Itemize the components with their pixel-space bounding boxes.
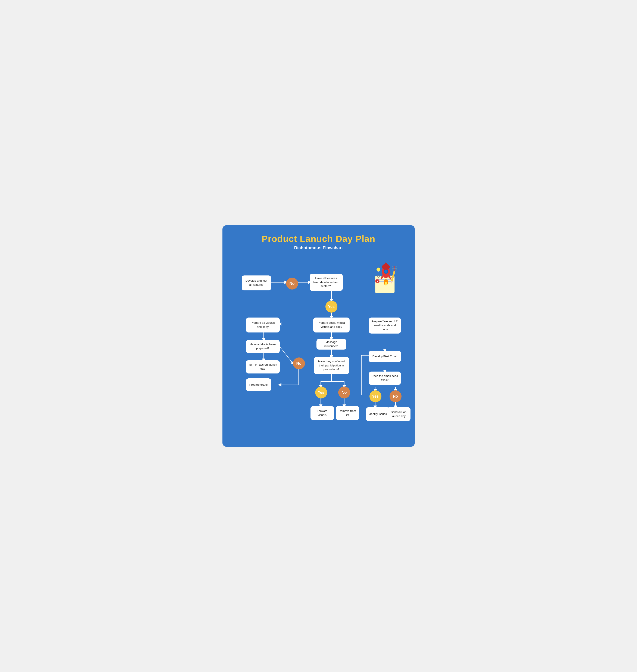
svg-point-37: [385, 282, 387, 285]
svg-rect-42: [378, 271, 379, 272]
rocket-decoration: [370, 261, 400, 295]
circle-no-email: No: [389, 390, 401, 402]
box-remove-from-list: Remove from list: [336, 406, 359, 420]
box-forward-visuals: Forward visuals: [310, 406, 334, 420]
circle-yes1: Yes: [325, 301, 338, 313]
circle-no1: No: [286, 278, 298, 290]
svg-marker-30: [383, 262, 389, 267]
box-have-ad-drafts: Have ad drafts been prepared?: [246, 340, 280, 353]
box-develop: Develop and test all features: [242, 276, 271, 291]
box-identify-issues: Identify issues: [366, 407, 389, 421]
circle-yes-conf: Yes: [315, 387, 327, 398]
box-turn-on-ads: Turn on ads on launch day: [246, 360, 280, 373]
page-subtitle: Dichotomous Flowchart: [233, 245, 404, 250]
svg-point-33: [385, 270, 385, 272]
box-message-influencers: Message influencers: [316, 339, 346, 350]
svg-point-41: [377, 267, 380, 272]
svg-line-18: [279, 345, 293, 363]
circle-no-conf: No: [338, 387, 350, 398]
main-container: Product Lanuch Day Plan Dichotomous Flow…: [222, 225, 415, 447]
box-prepare-ad: Prepare ad visuals and copy: [246, 318, 280, 333]
circle-yes-email: Yes: [369, 390, 381, 402]
box-prepare-social: Prepare social media visuals and copy: [313, 318, 350, 333]
svg-point-32: [384, 270, 387, 273]
flowchart: Develop and test all features No Have al…: [233, 259, 404, 434]
box-send-out: Send out on launch day: [387, 407, 411, 421]
page-title: Product Lanuch Day Plan: [233, 234, 404, 244]
box-have-confirmed: Have they confirmed their participation …: [314, 357, 349, 374]
box-prepare-email: Prepare "We 're Up!" email visuals and c…: [369, 318, 401, 334]
box-email-need-fixes: Does the email need fixes?: [369, 372, 401, 385]
circle-no2: No: [293, 357, 305, 369]
box-develop-test-email: Develop/Test Email: [369, 351, 401, 362]
box-prepare-drafts: Prepare drafts: [246, 378, 271, 391]
svg-point-40: [377, 281, 378, 282]
box-have-features: Have all features been developed and tes…: [310, 274, 343, 291]
